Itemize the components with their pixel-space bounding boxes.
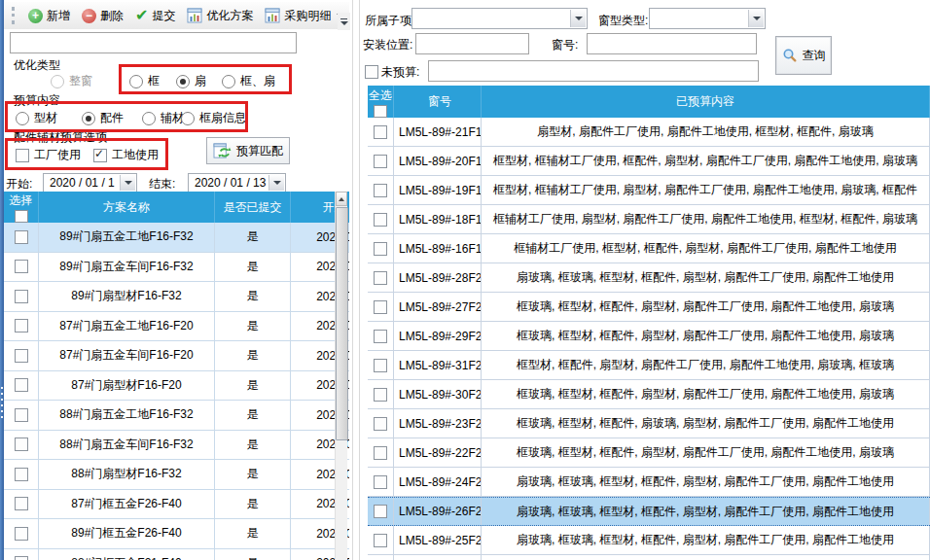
plan-row[interactable]: 89#门扇型材F16-F32 是 2020/0 bbox=[4, 282, 349, 312]
toolbar-grip[interactable] bbox=[12, 7, 18, 24]
end-date-picker[interactable]: 2020 / 01 / 13 bbox=[188, 173, 286, 192]
row-select-cell[interactable] bbox=[4, 223, 39, 252]
row-checkbox[interactable] bbox=[374, 446, 387, 460]
radio-frame-sash-info[interactable]: 框扇信息 bbox=[181, 110, 246, 126]
row-select-cell[interactable] bbox=[4, 253, 39, 282]
row-checkbox[interactable] bbox=[15, 319, 28, 332]
purchase-detail-button[interactable]: 采购明细 bbox=[262, 6, 347, 26]
select-all-checkbox[interactable] bbox=[374, 105, 387, 118]
no-budget-checkbox[interactable] bbox=[365, 65, 378, 79]
row-select-cell[interactable] bbox=[4, 341, 39, 370]
row-checkbox[interactable] bbox=[374, 300, 387, 314]
window-row[interactable]: LM5L-89#-23F21 框玻璃, 框型材, 框配件, 扇玻璃, 扇型材, … bbox=[368, 409, 930, 438]
row-checkbox[interactable] bbox=[374, 505, 387, 518]
plan-row[interactable]: 88#门扇五金车间F16-F32 是 2020/0 bbox=[4, 431, 349, 461]
row-checkbox[interactable] bbox=[374, 155, 387, 168]
radio-accessory[interactable]: 配件 bbox=[82, 110, 124, 126]
budget-match-button[interactable]: 预算匹配 bbox=[206, 137, 290, 164]
row-checkbox[interactable] bbox=[374, 534, 387, 547]
plan-row[interactable]: 89#门扇五金工地F16-F32 是 2020/0 bbox=[4, 223, 349, 253]
combo-dropdown-button[interactable] bbox=[748, 10, 764, 27]
row-select-cell[interactable] bbox=[368, 263, 394, 292]
add-button[interactable]: + 新增 bbox=[25, 6, 73, 26]
row-select-cell[interactable] bbox=[4, 549, 39, 560]
date-dropdown-button[interactable] bbox=[268, 175, 284, 191]
radio-whole-window[interactable]: 整窗 bbox=[51, 73, 92, 89]
row-select-cell[interactable] bbox=[368, 205, 394, 233]
row-select-cell[interactable] bbox=[368, 118, 394, 146]
window-row[interactable]: LM5L-89#-19F17 框型材, 框辅材工厂使用, 扇型材, 扇配件工厂使… bbox=[368, 176, 930, 205]
row-checkbox[interactable] bbox=[15, 497, 28, 510]
plan-row[interactable]: 88#门扇五金工地F16-F32 是 2020/0 bbox=[4, 401, 349, 431]
row-checkbox[interactable] bbox=[15, 230, 28, 244]
scrollbar-up-button[interactable] bbox=[336, 192, 347, 206]
row-select-cell[interactable] bbox=[368, 234, 394, 262]
row-select-cell[interactable] bbox=[4, 431, 39, 460]
row-select-cell[interactable] bbox=[4, 312, 39, 341]
window-row[interactable]: LM5L-89#-30F28 框玻璃, 框型材, 框配件, 扇型材, 扇配件工厂… bbox=[368, 380, 930, 409]
row-checkbox[interactable] bbox=[374, 388, 387, 402]
checkbox-site-use[interactable]: 工地使用 bbox=[93, 147, 159, 163]
row-checkbox[interactable] bbox=[15, 378, 28, 392]
row-select-cell[interactable] bbox=[368, 293, 394, 321]
submit-button[interactable]: ✔ 提交 bbox=[132, 6, 178, 26]
window-row-selected[interactable]: LM5L-89#-26F24 扇玻璃, 框玻璃, 框型材, 框配件, 扇型材, … bbox=[368, 497, 930, 526]
window-row[interactable]: LM5L-89#-31F29 框型材, 框配件, 扇型材, 扇配件工厂使用, 扇… bbox=[368, 351, 930, 380]
radio-sash[interactable]: 扇 bbox=[176, 73, 206, 89]
plan-row[interactable]: 87#门扇型材F16-F20 是 2020/0 bbox=[4, 371, 349, 402]
row-select-cell[interactable] bbox=[368, 351, 394, 379]
row-select-cell[interactable] bbox=[368, 380, 394, 408]
row-select-cell[interactable] bbox=[368, 322, 394, 350]
checkbox-factory-use[interactable]: 工厂使用 bbox=[16, 147, 81, 163]
plan-row[interactable]: 89#门框五金F26-F40 是 2020/0 bbox=[4, 519, 349, 549]
scrollbar-thumb[interactable] bbox=[336, 207, 348, 440]
row-checkbox[interactable] bbox=[15, 290, 28, 303]
combo-dropdown-button[interactable] bbox=[570, 10, 586, 27]
radio-profile[interactable]: 型材 bbox=[16, 110, 57, 126]
window-no-input[interactable] bbox=[587, 33, 757, 54]
select-all-checkbox[interactable] bbox=[15, 210, 28, 223]
window-row[interactable]: LM5L-89#-21F19 扇型材, 扇配件工厂使用, 扇配件工地使用, 框型… bbox=[368, 118, 930, 147]
row-checkbox[interactable] bbox=[15, 556, 28, 560]
row-select-cell[interactable] bbox=[4, 490, 39, 519]
row-checkbox[interactable] bbox=[15, 527, 28, 541]
row-checkbox[interactable] bbox=[15, 260, 28, 273]
plan-row[interactable]: 87#门扇五金车间F16-F20 是 2020/0 bbox=[4, 341, 349, 371]
window-row[interactable]: LM5L-89#-20F18 框型材, 框辅材工厂使用, 框配件, 扇型材, 扇… bbox=[368, 147, 930, 176]
radio-frame-and-sash[interactable]: 框、扇 bbox=[222, 73, 275, 89]
query-button[interactable]: 查询 bbox=[775, 36, 832, 75]
start-date-picker[interactable]: 2020 / 01 / 1 bbox=[43, 173, 137, 192]
delete-button[interactable]: − 删除 bbox=[79, 6, 126, 26]
row-select-cell[interactable] bbox=[4, 282, 39, 311]
row-checkbox[interactable] bbox=[15, 438, 28, 451]
row-checkbox[interactable] bbox=[374, 417, 387, 431]
row-select-cell[interactable] bbox=[368, 438, 394, 467]
row-select-cell[interactable] bbox=[368, 498, 394, 525]
panel-splitter[interactable] bbox=[352, 0, 353, 560]
plan-row[interactable]: 87#门扇五金工地F16-F20 是 2020/0 bbox=[4, 312, 349, 342]
no-budget-input[interactable] bbox=[428, 60, 759, 82]
window-row[interactable]: LM5L-89#-29F27 框玻璃, 框型材, 框配件, 扇型材, 扇配件工厂… bbox=[368, 322, 930, 351]
row-checkbox[interactable] bbox=[374, 330, 387, 343]
row-checkbox[interactable] bbox=[374, 271, 387, 285]
row-select-cell[interactable] bbox=[4, 519, 39, 548]
row-checkbox[interactable] bbox=[374, 359, 387, 372]
window-row[interactable]: LM5L-89#-22F20 框玻璃, 框型材, 框配件, 扇型材, 扇配件工厂… bbox=[368, 438, 930, 468]
optimize-plan-button[interactable]: 优化方案 bbox=[184, 6, 256, 26]
row-select-cell[interactable] bbox=[368, 526, 394, 554]
window-row[interactable]: LM5L-89#-27F25 框玻璃, 框型材, 框配件, 扇型材, 扇配件工厂… bbox=[368, 293, 930, 322]
row-select-cell[interactable] bbox=[368, 409, 394, 438]
row-select-cell[interactable] bbox=[4, 401, 39, 430]
window-row[interactable]: LM5L-89#-18F16 框辅材工厂使用, 扇型材, 扇配件工厂使用, 扇配… bbox=[368, 205, 930, 234]
date-dropdown-button[interactable] bbox=[120, 175, 135, 191]
row-checkbox[interactable] bbox=[15, 349, 28, 363]
row-select-cell[interactable] bbox=[4, 371, 39, 401]
plan-table-scrollbar[interactable] bbox=[335, 192, 347, 560]
sub-item-combobox[interactable] bbox=[411, 8, 588, 29]
plan-row[interactable]: 88#门扇型材F16-F32 是 2020/0 bbox=[4, 460, 349, 490]
row-select-cell[interactable] bbox=[4, 460, 39, 489]
plan-row[interactable]: 88#门框五金F21-F40 是 2020/0 bbox=[4, 549, 349, 560]
row-select-cell[interactable] bbox=[368, 176, 394, 204]
row-select-cell[interactable] bbox=[368, 147, 394, 175]
install-position-input[interactable] bbox=[415, 33, 529, 54]
